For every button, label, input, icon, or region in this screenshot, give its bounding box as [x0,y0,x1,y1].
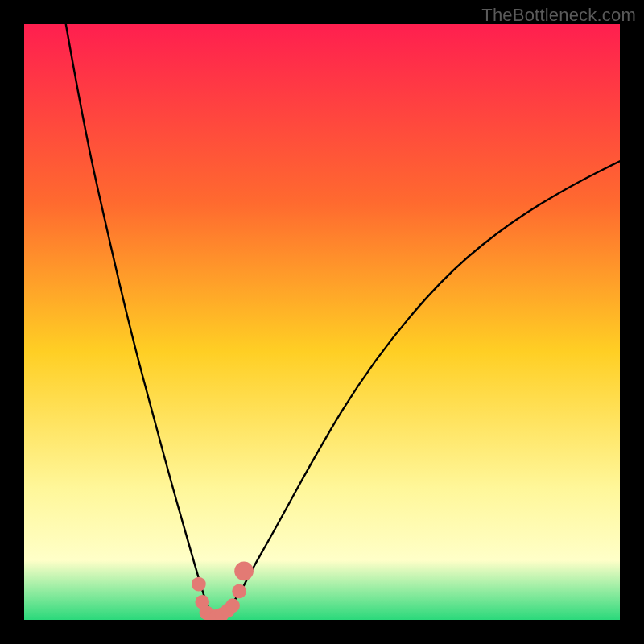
chart-svg [24,24,620,620]
marker-point [232,584,246,599]
plot-area [24,24,620,620]
marker-point [192,577,206,592]
attribution-text: TheBottleneck.com [481,5,636,26]
marker-point [225,598,240,613]
gradient-background [24,24,620,620]
marker-point [234,561,254,580]
outer-frame: TheBottleneck.com [0,0,644,644]
